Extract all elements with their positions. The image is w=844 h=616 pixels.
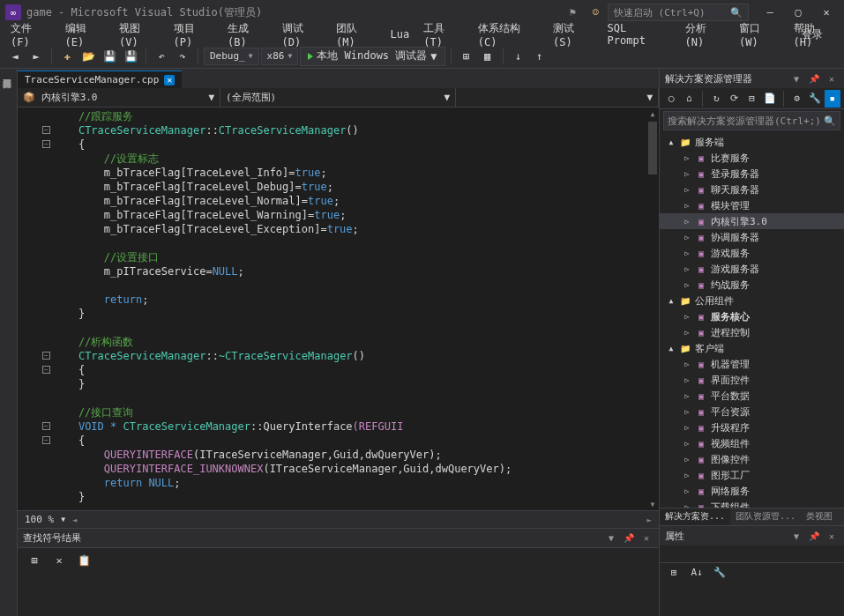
- scroll-up-arrow[interactable]: ▲: [646, 108, 659, 120]
- panel-dropdown-button[interactable]: ▼: [789, 529, 803, 543]
- expand-arrow[interactable]: ▷: [683, 313, 691, 321]
- new-button[interactable]: ✚: [57, 47, 77, 66]
- feedback-icon[interactable]: ☺: [593, 6, 599, 19]
- code-line[interactable]: //析构函数: [53, 335, 646, 349]
- code-line[interactable]: return;: [53, 293, 646, 307]
- sync-button[interactable]: ↻: [708, 90, 724, 108]
- fold-toggle[interactable]: −: [42, 422, 50, 430]
- config-combo[interactable]: Debug_▼: [204, 48, 259, 65]
- expand-arrow[interactable]: ▷: [683, 154, 691, 162]
- panel-close-button[interactable]: ✕: [825, 71, 839, 85]
- expand-arrow[interactable]: ▷: [683, 424, 691, 432]
- tree-item[interactable]: ▷▣游戏服务: [660, 245, 844, 261]
- code-line[interactable]: m_bTraceFlag[TraceLevel_Debug]=true;: [53, 180, 646, 194]
- expand-arrow[interactable]: ▷: [683, 281, 691, 289]
- expand-arrow[interactable]: ▲: [667, 138, 676, 146]
- expand-arrow[interactable]: ▷: [683, 202, 691, 210]
- menu-item[interactable]: 编辑(E): [58, 19, 113, 50]
- panel-tab[interactable]: 团队资源管...: [730, 508, 801, 525]
- code-line[interactable]: CTraceServiceManager::~CTraceServiceMana…: [53, 349, 646, 363]
- platform-combo[interactable]: x86▼: [261, 48, 299, 65]
- undo-button[interactable]: ↶: [152, 47, 171, 66]
- tree-item[interactable]: ▷▣界面控件: [660, 372, 844, 388]
- code-line[interactable]: m_pITraceService=NULL;: [53, 264, 646, 278]
- code-line[interactable]: }: [53, 307, 646, 321]
- preview-button[interactable]: ▪: [825, 90, 840, 108]
- tree-item[interactable]: ▲📁服务端: [660, 134, 844, 150]
- nav-member-combo[interactable]: ▼: [456, 88, 659, 107]
- panel-close-button[interactable]: ✕: [639, 531, 654, 545]
- panel-dropdown-button[interactable]: ▼: [789, 71, 803, 85]
- vertical-scrollbar[interactable]: ▲ ▼: [646, 108, 659, 510]
- code-line[interactable]: return NULL;: [53, 476, 646, 490]
- save-all-button[interactable]: 💾: [121, 47, 140, 66]
- menu-item[interactable]: 体系结构(C): [471, 19, 546, 50]
- menu-item[interactable]: 窗口(W): [732, 19, 787, 50]
- save-button[interactable]: 💾: [100, 47, 119, 66]
- tree-item[interactable]: ▷▣平台数据: [660, 388, 844, 404]
- tree-item[interactable]: ▲📁客户端: [660, 340, 844, 356]
- wrench-button[interactable]: 🔧: [807, 90, 823, 108]
- left-tool-strip[interactable]: 服务器资源管理器 工具箱: [0, 69, 18, 616]
- solution-search-input[interactable]: 搜索解决方案资源管理器(Ctrl+;) 🔍: [663, 111, 840, 130]
- tree-item[interactable]: ▷▣图像控件: [660, 451, 844, 467]
- tree-item[interactable]: ▷▣约战服务: [660, 277, 844, 293]
- expand-arrow[interactable]: ▷: [683, 440, 691, 448]
- expand-arrow[interactable]: ▷: [683, 471, 691, 479]
- expand-arrow[interactable]: ▲: [667, 297, 676, 305]
- step-button[interactable]: ↓: [509, 47, 528, 66]
- expand-arrow[interactable]: ▷: [683, 408, 691, 416]
- panel-copy-button[interactable]: 📋: [74, 551, 93, 570]
- login-button[interactable]: 登录: [796, 27, 828, 42]
- tree-item[interactable]: ▷▣平台资源: [660, 404, 844, 419]
- nav-project-combo[interactable]: 📦 内核引擎3.0▼: [18, 88, 220, 107]
- redo-button[interactable]: ↷: [173, 47, 192, 66]
- expand-arrow[interactable]: ▷: [683, 392, 691, 400]
- menu-item[interactable]: SQL Prompt: [601, 20, 678, 48]
- panel-pin-button[interactable]: 📌: [807, 71, 821, 85]
- tree-item[interactable]: ▷▣服务核心: [660, 308, 844, 324]
- collapse-button[interactable]: ⊟: [743, 90, 759, 108]
- debug-run-button[interactable]: 本地 Windows 调试器▼: [300, 47, 444, 66]
- show-all-button[interactable]: 📄: [762, 90, 778, 108]
- fold-toggle[interactable]: −: [42, 436, 50, 444]
- file-tab[interactable]: TraceServiceManager.cpp ✕: [18, 71, 182, 88]
- categorized-button[interactable]: ⊞: [665, 563, 683, 581]
- tree-item[interactable]: ▷▣升级程序: [660, 419, 844, 435]
- code-line[interactable]: QUERYINTERFACE_IUNKNOWNEX(ITraceServiceM…: [53, 462, 646, 476]
- tree-item[interactable]: ▷▣比赛服务: [660, 150, 844, 166]
- code-line[interactable]: //接口查询: [53, 405, 646, 419]
- panel-dropdown-button[interactable]: ▼: [604, 531, 618, 545]
- code-editor[interactable]: −−−−−−−− //跟踪服务 CTraceServiceManager::CT…: [18, 108, 659, 510]
- code-line[interactable]: //设置标志: [53, 152, 646, 166]
- nav-scope-combo[interactable]: (全局范围)▼: [220, 88, 456, 107]
- toolbar-btn-1[interactable]: ⊞: [457, 47, 476, 66]
- tab-close-button[interactable]: ✕: [164, 75, 175, 85]
- code-line[interactable]: m_bTraceFlag[TraceLevel_Exception]=true;: [53, 222, 646, 236]
- code-line[interactable]: CTraceServiceManager::CTraceServiceManag…: [53, 123, 646, 137]
- tree-item[interactable]: ▷▣视频组件: [660, 435, 844, 451]
- menu-item[interactable]: 调试(D): [275, 19, 330, 50]
- code-line[interactable]: m_bTraceFlag[TraceLevel_Normal]=true;: [53, 194, 646, 208]
- panel-tree-button[interactable]: ⊞: [25, 551, 44, 570]
- toolbar-btn-2[interactable]: ▦: [478, 47, 497, 66]
- panel-close-button[interactable]: ✕: [825, 529, 839, 543]
- expand-arrow[interactable]: ▷: [683, 249, 691, 257]
- editor-gutter[interactable]: −−−−−−−−: [18, 108, 53, 510]
- menu-item[interactable]: Lua: [384, 26, 417, 42]
- menu-item[interactable]: 分析(N): [678, 19, 733, 50]
- code-line[interactable]: //跟踪服务: [53, 109, 646, 123]
- panel-clear-button[interactable]: ✕: [49, 551, 69, 570]
- expand-arrow[interactable]: ▷: [683, 329, 691, 337]
- code-line[interactable]: {: [53, 137, 646, 152]
- panel-pin-button[interactable]: 📌: [622, 531, 636, 545]
- tree-item[interactable]: ▲📁公用组件: [660, 293, 844, 308]
- code-line[interactable]: {: [53, 363, 646, 377]
- forward-button[interactable]: ►: [26, 47, 46, 66]
- tree-item[interactable]: ▷▣机器管理: [660, 356, 844, 372]
- tree-item[interactable]: ▷▣登录服务器: [660, 166, 844, 182]
- expand-arrow[interactable]: ▷: [683, 487, 691, 495]
- panel-tab[interactable]: 类视图: [801, 508, 838, 525]
- wrench-button[interactable]: 🔧: [711, 563, 728, 581]
- tree-item[interactable]: ▷▣进程控制: [660, 324, 844, 340]
